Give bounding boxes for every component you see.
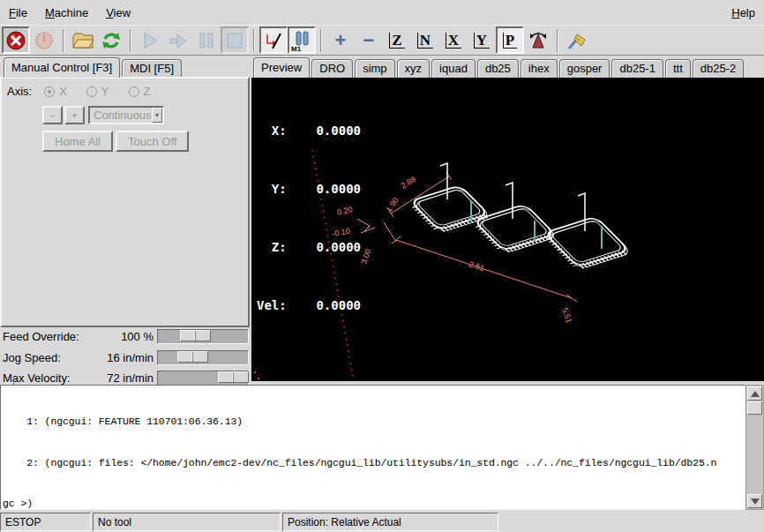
scroll-down-button[interactable]	[747, 494, 762, 508]
perspective-view-icon: P	[503, 33, 517, 49]
axis-radio-x[interactable]: X	[44, 85, 67, 98]
step-icon	[168, 31, 189, 50]
feed-override-row: Feed Override: 100 %	[0, 327, 251, 347]
feed-override-slider[interactable]	[157, 329, 249, 344]
menu-machine[interactable]: Machine	[36, 2, 97, 24]
y-view-icon: Y	[474, 33, 490, 49]
home-all-button[interactable]: Home All	[42, 131, 113, 152]
power-icon	[34, 30, 55, 51]
skip-lines-icon	[263, 30, 284, 51]
triangle-down-icon	[751, 498, 760, 505]
stop-icon	[226, 32, 243, 49]
rotate-view-button[interactable]	[524, 26, 552, 54]
slider-handle[interactable]	[180, 330, 211, 341]
tab-db25-2[interactable]: db25-2	[693, 59, 744, 78]
tab-preview[interactable]: Preview	[253, 57, 310, 78]
tab-simp[interactable]: simp	[355, 59, 394, 78]
pause-icon	[198, 31, 215, 50]
dim-3-00: 3.00	[359, 248, 372, 266]
optional-pause-toggle[interactable]: M1	[288, 26, 316, 54]
tab-dro[interactable]: DRO	[311, 59, 353, 78]
open-folder-icon	[71, 30, 94, 51]
gcode-line: gc >)	[3, 497, 745, 510]
toolbar-separator	[320, 29, 322, 52]
radio-icon	[129, 86, 139, 97]
jog-plus-button[interactable]: +	[64, 106, 85, 124]
dro-x: X: 0.0000	[257, 121, 361, 140]
dro-vel: Vel: 0.0000	[257, 296, 361, 315]
menu-help-label: elp	[740, 6, 755, 19]
menu-machine-label: achine	[55, 6, 88, 19]
z-rotated-view-icon: N	[417, 33, 433, 49]
slider-handle[interactable]	[177, 351, 208, 363]
reload-button[interactable]	[97, 26, 125, 54]
toolpath-shape-3	[543, 193, 632, 269]
view-perspective-button[interactable]: P	[496, 26, 524, 54]
axis-y-label: Y	[101, 85, 109, 98]
triangle-up-icon	[751, 391, 760, 397]
view-z-button[interactable]: Z	[383, 26, 411, 54]
z-view-icon: Z	[389, 33, 404, 49]
step-button[interactable]	[164, 26, 192, 54]
axis-radio-y[interactable]: Y	[86, 85, 109, 98]
menu-file-accel: F	[9, 6, 16, 19]
x-view-icon: X	[446, 33, 461, 49]
touch-off-button[interactable]: Touch Off	[116, 131, 189, 152]
status-bar: ESTOP No tool Position: Relative Actual	[0, 512, 764, 532]
jog-mode-dropdown[interactable]: Continuous ▼	[88, 106, 164, 124]
scroll-up-button[interactable]	[747, 386, 762, 401]
menu-help[interactable]: Help	[723, 2, 764, 24]
rotate-cone-icon	[528, 30, 549, 51]
preview-canvas[interactable]: 2.88 1.90 0.20 -0.10 3.00 2.51 5.51	[251, 78, 764, 381]
slider-handle[interactable]	[218, 371, 249, 383]
machine-power-button[interactable]	[30, 26, 58, 54]
dro-y: Y: 0.0000	[257, 179, 361, 199]
tab-gosper[interactable]: gosper	[559, 59, 610, 78]
clear-plot-button[interactable]	[563, 26, 591, 54]
jog-speed-slider[interactable]	[157, 350, 249, 365]
stop-button[interactable]	[221, 26, 249, 54]
skip-lines-toggle[interactable]	[259, 26, 288, 54]
max-velocity-slider[interactable]	[157, 371, 249, 386]
menu-view[interactable]: View	[97, 2, 139, 24]
tab-db25[interactable]: db25	[477, 59, 519, 78]
menu-file[interactable]: File	[0, 2, 36, 24]
tab-mdi[interactable]: MDI [F5]	[122, 59, 182, 78]
open-file-button[interactable]	[69, 26, 97, 54]
view-y-button[interactable]: Y	[468, 26, 496, 54]
gcode-scrollbar[interactable]	[745, 385, 764, 510]
axis-x-label: X	[59, 85, 67, 98]
radio-icon	[86, 86, 97, 97]
zoom-in-button[interactable]: +	[326, 26, 355, 54]
status-tool: No tool	[93, 513, 281, 531]
estop-button[interactable]	[2, 26, 30, 54]
jog-minus-button[interactable]: -	[42, 106, 63, 124]
pause-button[interactable]	[192, 26, 221, 54]
radio-icon	[44, 86, 55, 97]
view-z2-button[interactable]: N	[411, 26, 439, 54]
tab-manual-control[interactable]: Manual Control [F3]	[4, 57, 120, 78]
tab-iquad[interactable]: iquad	[431, 59, 476, 78]
axis-window: File Machine View Help	[0, 0, 764, 532]
run-button[interactable]	[136, 26, 164, 54]
tab-db25-1[interactable]: db25-1	[611, 59, 663, 78]
menu-view-label: iew	[114, 6, 131, 19]
jog-mode-value: Continuous	[90, 109, 152, 122]
scrollbar-thumb[interactable]	[747, 401, 762, 415]
m1-label: M1	[291, 45, 301, 53]
toolbar-separator	[130, 29, 131, 52]
view-x-button[interactable]: X	[439, 26, 468, 54]
zoom-out-button[interactable]: −	[355, 26, 383, 54]
dim-2-51: 2.51	[468, 259, 485, 273]
axis-radio-z[interactable]: Z	[129, 85, 151, 98]
gcode-line: 1: (ngcgui: FEATURE 110701:06.36.13)	[3, 415, 745, 429]
home-row: Home All Touch Off	[42, 131, 191, 152]
toolbar-separator	[253, 29, 255, 52]
tab-ttt[interactable]: ttt	[665, 59, 691, 78]
tab-xyz[interactable]: xyz	[397, 59, 431, 78]
dim-1-90: 1.90	[384, 196, 400, 214]
gcode-listing[interactable]: 1: (ngcgui: FEATURE 110701:06.36.13) 2: …	[0, 385, 745, 510]
tab-ihex[interactable]: ihex	[521, 59, 558, 78]
toolbar: M1 + − Z N X Y P	[0, 25, 764, 56]
axis-row: Axis: X Y Z	[7, 85, 169, 98]
